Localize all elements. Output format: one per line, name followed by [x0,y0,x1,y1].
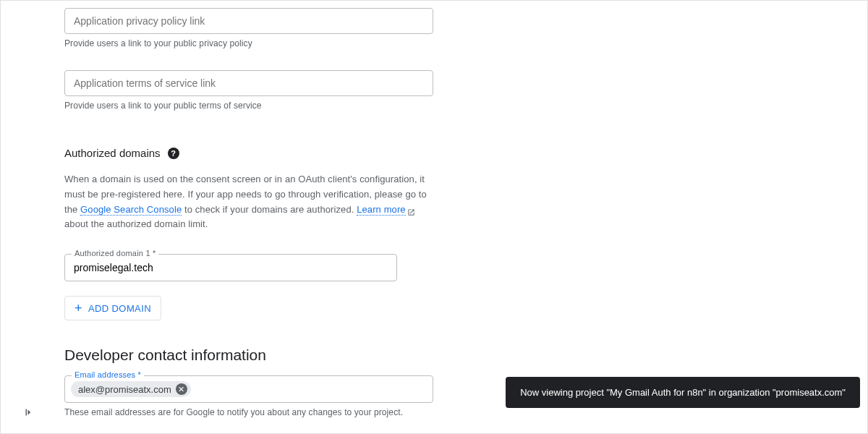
email-addresses-helper: These email addresses are for Google to … [64,407,433,417]
privacy-policy-helper: Provide users a link to your public priv… [64,38,571,48]
email-addresses-field: Email addresses * alex@promiseatx.com ✕ … [64,375,433,417]
developer-contact-title: Developer contact information [64,346,571,364]
help-icon[interactable]: ? [168,148,179,159]
add-domain-button[interactable]: + ADD DOMAIN [64,296,161,320]
email-chip-text: alex@promiseatx.com [78,384,171,395]
authorized-domain-label: Authorized domain 1 * [72,249,158,258]
authorized-domain-field: Authorized domain 1 * [64,254,397,281]
email-addresses-label: Email addresses * [72,370,144,379]
sidebar-expand-toggle[interactable] [22,406,35,419]
add-domain-label: ADD DOMAIN [88,303,151,314]
plus-icon: + [75,302,82,315]
learn-more-link[interactable]: Learn more [357,204,405,216]
form-content: Provide users a link to your public priv… [64,1,571,434]
tos-helper: Provide users a link to your public term… [64,101,571,111]
privacy-policy-field-wrap: Provide users a link to your public priv… [64,8,571,48]
external-link-icon [407,206,415,214]
chip-remove-icon[interactable]: ✕ [176,383,187,395]
authorized-domain-input[interactable] [64,254,397,281]
email-addresses-input[interactable]: alex@promiseatx.com ✕ [64,375,433,403]
privacy-policy-input[interactable] [64,8,433,34]
google-search-console-link[interactable]: Google Search Console [80,204,182,216]
email-chip: alex@promiseatx.com ✕ [71,381,191,397]
desc-mid: to check if your domains are authorized. [182,204,357,215]
authorized-domains-title-text: Authorized domains [64,147,161,159]
project-toast: Now viewing project "My Gmail Auth for n… [506,377,860,408]
chevron-right-icon [22,409,35,421]
desc-post: about the authorized domain limit. [64,218,208,229]
authorized-domains-title: Authorized domains ? [64,147,571,159]
tos-input[interactable] [64,70,433,96]
authorized-domains-description: When a domain is used on the consent scr… [64,172,433,232]
tos-field-wrap: Provide users a link to your public term… [64,70,571,111]
